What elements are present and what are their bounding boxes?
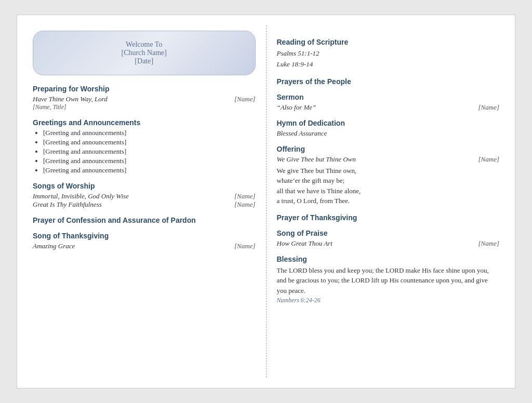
section-song-praise: Song of Praise xyxy=(277,229,500,237)
hymn-title: Blessed Assurance xyxy=(277,129,327,138)
section-song-thanksgiving: Song of Thanksgiving xyxy=(33,232,256,240)
hymn-blessed-assurance: Blessed Assurance xyxy=(277,129,500,138)
list-item: [Greeting and announcements] xyxy=(43,147,256,156)
song-title: Great Is Thy Faithfulness xyxy=(33,200,102,209)
section-preparing: Preparing for Worship xyxy=(33,85,256,93)
song-name: [Name] xyxy=(234,200,255,209)
song-name: [Name] xyxy=(234,95,255,103)
welcome-line1: Welcome To xyxy=(44,41,245,49)
list-item: [Greeting and announcements] xyxy=(43,129,256,137)
list-item: [Greeting and announcements] xyxy=(43,157,256,165)
bulletin-page: Welcome To [Church Name] [Date] Preparin… xyxy=(17,15,515,388)
section-greetings: Greetings and Announcements xyxy=(33,118,256,127)
song-immortal: Immortal, Invisible, God Only Wise [Name… xyxy=(33,192,256,200)
song-have-thine: Have Thine Own Way, Lord [Name] xyxy=(33,95,256,103)
offering-text: We give Thee but Thine own, whate’er the… xyxy=(277,166,500,206)
blessing-text: The LORD bless you and keep you; the LOR… xyxy=(277,265,500,296)
song-how-great-name: [Name] xyxy=(478,239,499,248)
song-how-great-title: How Great Thou Art xyxy=(277,239,332,248)
name-title-subtitle: [Name, Title] xyxy=(33,103,256,111)
section-hymn-dedication: Hymn of Dedication xyxy=(277,119,500,127)
song-how-great: How Great Thou Art [Name] xyxy=(277,239,500,248)
sermon-title: “Also for Me” xyxy=(277,103,316,112)
section-songs: Songs of Worship xyxy=(33,182,256,190)
section-confession: Prayer of Confession and Assurance of Pa… xyxy=(33,216,256,224)
offering-song: We Give Thee but Thine Own [Name] xyxy=(277,155,500,164)
song-name: [Name] xyxy=(234,242,255,250)
left-column: Welcome To [Church Name] [Date] Preparin… xyxy=(28,25,267,378)
song-title: Immortal, Invisible, God Only Wise xyxy=(33,192,129,200)
section-blessing: Blessing xyxy=(277,255,500,263)
date-line: [Date] xyxy=(44,57,245,65)
right-column: Reading of Scripture Psalms 51:1-12 Luke… xyxy=(267,25,505,378)
song-title: Have Thine Own Way, Lord xyxy=(33,95,108,103)
blessing-citation: Numbers 6:24-26 xyxy=(277,297,500,304)
announcements-list: [Greeting and announcements] [Greeting a… xyxy=(33,129,256,174)
offering-name: [Name] xyxy=(478,155,499,164)
section-prayer-thanksgiving: Prayer of Thanksgiving xyxy=(277,213,500,222)
scripture-psalms: Psalms 51:1-12 xyxy=(277,48,500,59)
section-sermon: Sermon xyxy=(277,93,500,101)
sermon-name: [Name] xyxy=(478,103,499,112)
sermon-also-for-me: “Also for Me” [Name] xyxy=(277,103,500,112)
offering-song-title: We Give Thee but Thine Own xyxy=(277,155,356,164)
song-name: [Name] xyxy=(234,192,255,200)
list-item: [Greeting and announcements] xyxy=(43,166,256,174)
song-amazing-grace: Amazing Grace [Name] xyxy=(33,242,256,250)
song-title: Amazing Grace xyxy=(33,242,75,250)
scripture-luke: Luke 18:9-14 xyxy=(277,59,500,70)
list-item: [Greeting and announcements] xyxy=(43,138,256,146)
song-great-is: Great Is Thy Faithfulness [Name] xyxy=(33,200,256,209)
section-prayers-people: Prayers of the People xyxy=(277,77,500,86)
welcome-box: Welcome To [Church Name] [Date] xyxy=(33,31,256,75)
church-name: [Church Name] xyxy=(44,49,245,57)
section-offering: Offering xyxy=(277,145,500,153)
section-scripture: Reading of Scripture xyxy=(277,38,500,46)
